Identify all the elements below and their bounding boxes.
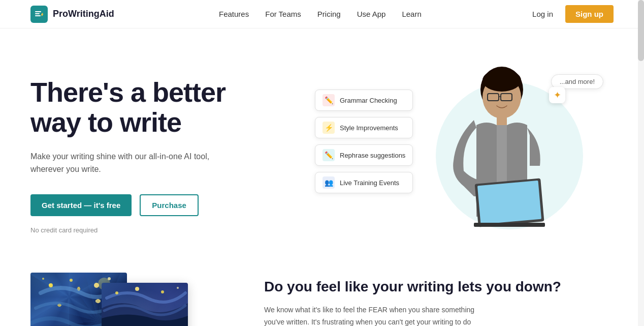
hero-person-figure [446,59,558,252]
plus-badge: ✦ [549,87,565,103]
brand-name: ProWritingAid [53,9,114,19]
page-scrollbar[interactable] [638,0,644,326]
pill-style: ⚡ Style Improvements [315,117,413,138]
purchase-button[interactable]: Purchase [140,194,199,216]
nav-links: Features For Teams Pricing Use App Learn [219,10,422,19]
rephrase-icon: ✏️ [323,149,335,161]
pill-rephrase: ✏️ Rephrase suggestions [315,144,413,166]
feature-pills: ✏️ Grammar Checking ⚡ Style Improvements… [315,90,413,193]
section2-images: My idea in my head [30,273,223,326]
scrollbar-thumb[interactable] [638,0,644,61]
section2-content: Do you feel like your writing lets you d… [264,273,614,326]
person-svg [446,59,558,252]
nav-features[interactable]: Features [219,10,249,18]
nav-learn[interactable]: Learn [402,10,421,18]
nav-use-app[interactable]: Use App [357,10,386,18]
navbar: ProWritingAid Features For Teams Pricing… [0,0,644,28]
svg-rect-2 [35,15,41,16]
svg-point-15 [70,279,73,282]
logo-icon [30,6,48,23]
svg-point-18 [42,278,44,280]
painting-overlay-svg [102,283,188,326]
section2: My idea in my head Do you feel like your… [0,273,644,326]
svg-rect-1 [35,13,40,14]
hero-section: There's a better way to write Make your … [0,28,644,273]
nav-pricing[interactable]: Pricing [317,10,341,18]
brand-logo[interactable]: ProWritingAid [30,6,114,23]
style-icon: ⚡ [323,122,335,134]
painting-container: My idea in my head [30,273,208,326]
pill-training: 👥 Live Training Events [315,172,413,193]
section2-title: Do you feel like your writing lets you d… [264,278,614,296]
login-button[interactable]: Log in [526,7,559,21]
hero-buttons: Get started — it's free Purchase [30,194,284,216]
svg-point-24 [135,287,139,291]
hero-subtitle: Make your writing shine with our all-in-… [30,150,244,176]
get-started-button[interactable]: Get started — it's free [30,194,132,216]
hero-content: There's a better way to write Make your … [30,77,305,234]
signup-button[interactable]: Sign up [565,5,614,23]
svg-point-23 [115,291,118,294]
pill-grammar: ✏️ Grammar Checking [315,90,413,111]
nav-actions: Log in Sign up [526,5,614,23]
svg-rect-13 [474,223,545,227]
training-icon: 👥 [323,176,335,189]
section2-text: We know what it's like to feel the FEAR … [264,304,614,326]
hero-illustration: ✏️ Grammar Checking ⚡ Style Improvements… [305,59,614,252]
nav-for-teams[interactable]: For Teams [265,10,301,18]
svg-point-5 [482,69,521,92]
svg-rect-0 [35,11,41,12]
svg-point-26 [177,287,179,289]
svg-rect-12 [477,181,541,224]
svg-point-14 [49,283,53,287]
svg-point-25 [161,290,164,293]
grammar-icon: ✏️ [323,94,335,106]
painting-overlay [102,283,188,326]
no-credit-label: No credit card required [30,226,284,234]
hero-title: There's a better way to write [30,77,284,138]
svg-rect-9 [497,116,507,126]
